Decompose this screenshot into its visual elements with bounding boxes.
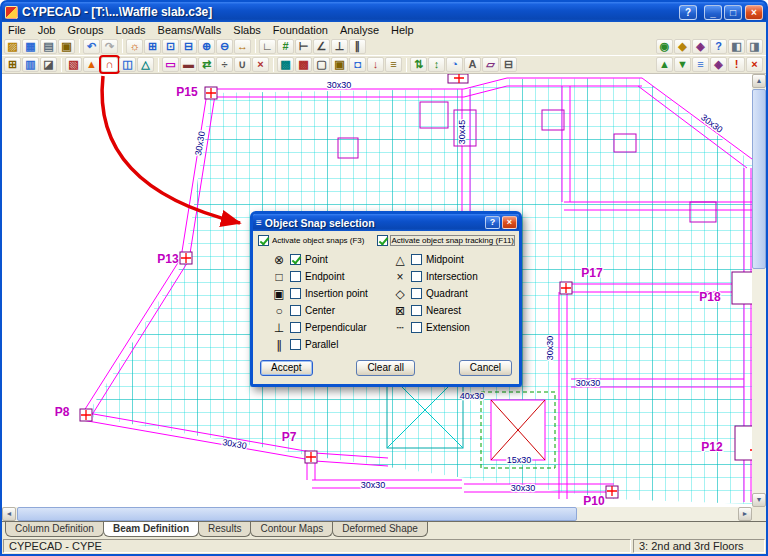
tab-results[interactable]: Results xyxy=(198,522,251,537)
dialog-title-bar[interactable]: ≡ Object Snap selection ? × xyxy=(253,214,519,231)
close-button[interactable]: × xyxy=(745,5,763,20)
join-beams-button[interactable]: ∪ xyxy=(234,57,251,72)
tab-deformed-shape[interactable]: Deformed Shape xyxy=(332,522,428,537)
intersection-label[interactable]: Intersection xyxy=(426,271,478,282)
center-checkbox[interactable] xyxy=(290,305,301,316)
undo-button[interactable]: ↶ xyxy=(83,39,100,54)
insertion-point-checkbox[interactable] xyxy=(290,288,301,299)
measure-plan-button[interactable]: ↕ xyxy=(428,57,445,72)
center-label[interactable]: Center xyxy=(305,305,335,316)
adjust-beam-button[interactable]: ⇄ xyxy=(198,57,215,72)
measure-angle-button[interactable]: ∠ xyxy=(313,39,330,54)
activate-object-snaps-f3-checkbox[interactable] xyxy=(258,235,269,246)
midpoint-checkbox[interactable] xyxy=(411,254,422,265)
license-button[interactable]: ◈ xyxy=(692,39,709,54)
previous-group-button[interactable]: ▲ xyxy=(656,57,673,72)
slab-opening-button[interactable]: ▢ xyxy=(313,57,330,72)
delete-elements-button[interactable]: ▧ xyxy=(65,57,82,72)
menu-job[interactable]: Job xyxy=(32,24,62,36)
perpendicular-label[interactable]: Perpendicular xyxy=(305,322,367,333)
help-button[interactable]: ? xyxy=(679,5,697,20)
drop-panel-button[interactable]: ▣ xyxy=(331,57,348,72)
delete-beam-button[interactable]: × xyxy=(252,57,269,72)
menu-loads[interactable]: Loads xyxy=(110,24,152,36)
dim-perpendicular-button[interactable]: ⊥ xyxy=(331,39,348,54)
zoom-out-button[interactable]: ⊖ xyxy=(216,39,233,54)
slab-data-button[interactable]: ◘ xyxy=(349,57,366,72)
save-job-button[interactable]: ▦ xyxy=(22,39,39,54)
menu-foundation[interactable]: Foundation xyxy=(267,24,334,36)
documentation-button[interactable]: ◆ xyxy=(674,39,691,54)
dialog-help-button[interactable]: ? xyxy=(485,216,500,229)
tab-column-definition[interactable]: Column Definition xyxy=(5,522,104,537)
horizontal-scrollbar[interactable]: ◄ ► xyxy=(2,507,752,521)
activate-object-snaps-f3-label[interactable]: Activate object snaps (F3) xyxy=(272,236,364,245)
measure-distance-button[interactable]: ⊢ xyxy=(295,39,312,54)
extension-checkbox[interactable] xyxy=(411,322,422,333)
activate-object-snap-tracking-f11-checkbox[interactable] xyxy=(377,235,388,246)
edit-elements-button[interactable]: ◪ xyxy=(40,57,57,72)
minimize-button[interactable]: _ xyxy=(704,5,722,20)
redo-button[interactable]: ↷ xyxy=(101,39,118,54)
text-labels-button[interactable]: A xyxy=(464,57,481,72)
pan-button[interactable]: ↔ xyxy=(234,39,251,54)
zoom-window-button[interactable]: ⊞ xyxy=(144,39,161,54)
zoom-previous-button[interactable]: ⊟ xyxy=(180,39,197,54)
report-tables-button[interactable]: ⊟ xyxy=(500,57,517,72)
group-list-button[interactable]: ≡ xyxy=(692,57,709,72)
window-vertical-button[interactable]: ◨ xyxy=(746,39,763,54)
menu-analyse[interactable]: Analyse xyxy=(334,24,385,36)
horizontal-scroll-thumb[interactable] xyxy=(17,507,577,521)
column-grid-button[interactable]: ⊞ xyxy=(4,57,21,72)
floor-view-button[interactable]: ▥ xyxy=(22,57,39,72)
job-data-button[interactable]: ▣ xyxy=(58,39,75,54)
ortho-mode-button[interactable]: ∟ xyxy=(259,39,276,54)
quadrant-checkbox[interactable] xyxy=(411,288,422,299)
fire-resistance-button[interactable]: ▲ xyxy=(83,57,100,72)
scroll-down-button[interactable]: ▼ xyxy=(752,493,766,507)
delete-slab-button[interactable]: ▩ xyxy=(295,57,312,72)
accept-button[interactable]: Accept xyxy=(260,360,313,376)
object-snap-button[interactable]: ∩ xyxy=(101,57,118,72)
nearest-label[interactable]: Nearest xyxy=(426,305,461,316)
nearest-checkbox[interactable] xyxy=(411,305,422,316)
next-group-button[interactable]: ▼ xyxy=(674,57,691,72)
tab-contour-maps[interactable]: Contour Maps xyxy=(250,522,333,537)
plan-references-button[interactable]: △ xyxy=(137,57,154,72)
dim-parallel-button[interactable]: ∥ xyxy=(349,39,366,54)
clear-all-button[interactable]: Clear all xyxy=(356,360,415,376)
perpendicular-checkbox[interactable] xyxy=(290,322,301,333)
drawing-layers-button[interactable]: ▱ xyxy=(482,57,499,72)
activate-object-snap-tracking-f11-label[interactable]: Activate object snap tracking (F11) xyxy=(391,236,514,245)
scroll-left-button[interactable]: ◄ xyxy=(2,507,16,521)
endpoint-checkbox[interactable] xyxy=(290,271,301,282)
stairs-button[interactable]: ≡ xyxy=(385,57,402,72)
snap-grid-button[interactable]: # xyxy=(277,39,294,54)
print-button[interactable]: ▤ xyxy=(40,39,57,54)
scroll-right-button[interactable]: ► xyxy=(738,507,752,521)
menu-file[interactable]: File xyxy=(2,24,32,36)
vertical-scrollbar[interactable]: ▲ ▼ xyxy=(752,74,766,507)
plan-views-button[interactable]: ◔ xyxy=(446,57,463,72)
zoom-extents-button[interactable]: ⊡ xyxy=(162,39,179,54)
zoom-in-button[interactable]: ⊕ xyxy=(198,39,215,54)
menu-slabs[interactable]: Slabs xyxy=(227,24,267,36)
redraw-button[interactable]: ☼ xyxy=(126,39,143,54)
extension-label[interactable]: Extension xyxy=(426,322,470,333)
divide-beam-button[interactable]: ÷ xyxy=(216,57,233,72)
point-label[interactable]: Point xyxy=(305,254,328,265)
point-checkbox[interactable] xyxy=(290,254,301,265)
quadrant-label[interactable]: Quadrant xyxy=(426,288,468,299)
title-bar[interactable]: CYPECAD - [T:\...\Waffle slab.c3e] ? _ □… xyxy=(2,2,766,22)
scroll-up-button[interactable]: ▲ xyxy=(752,74,766,88)
window-horizontal-button[interactable]: ◧ xyxy=(728,39,745,54)
maximize-button[interactable]: □ xyxy=(724,5,742,20)
layer-visibility-button[interactable]: ◫ xyxy=(119,57,136,72)
endpoint-label[interactable]: Endpoint xyxy=(305,271,344,282)
menu-beams-walls[interactable]: Beams/Walls xyxy=(152,24,228,36)
insertion-point-label[interactable]: Insertion point xyxy=(305,288,368,299)
context-help-button[interactable]: ? xyxy=(710,39,727,54)
enter-wall-button[interactable]: ▬ xyxy=(180,57,197,72)
intersection-checkbox[interactable] xyxy=(411,271,422,282)
copy-group-button[interactable]: ⇅ xyxy=(410,57,427,72)
